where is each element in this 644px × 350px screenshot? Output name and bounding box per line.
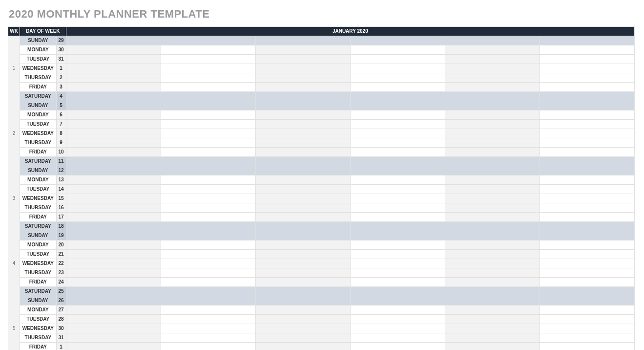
- entry-cell[interactable]: [255, 213, 350, 222]
- entry-cell[interactable]: [66, 306, 161, 315]
- entry-cell[interactable]: [445, 231, 540, 241]
- entry-cell[interactable]: [540, 278, 634, 287]
- entry-cell[interactable]: [161, 306, 255, 315]
- entry-cell[interactable]: [540, 259, 634, 268]
- entry-cell[interactable]: [255, 250, 350, 259]
- entry-cell[interactable]: [66, 110, 161, 120]
- entry-cell[interactable]: [255, 148, 350, 157]
- entry-cell[interactable]: [540, 231, 634, 241]
- entry-cell[interactable]: [350, 185, 445, 194]
- entry-cell[interactable]: [350, 138, 445, 148]
- entry-cell[interactable]: [66, 231, 161, 241]
- entry-cell[interactable]: [540, 45, 634, 55]
- entry-cell[interactable]: [255, 194, 350, 203]
- entry-cell[interactable]: [540, 324, 634, 333]
- entry-cell[interactable]: [161, 203, 255, 213]
- entry-cell[interactable]: [255, 231, 350, 241]
- entry-cell[interactable]: [540, 343, 634, 350]
- entry-cell[interactable]: [350, 213, 445, 222]
- entry-cell[interactable]: [66, 55, 161, 64]
- entry-cell[interactable]: [255, 333, 350, 343]
- entry-cell[interactable]: [350, 268, 445, 278]
- entry-cell[interactable]: [350, 45, 445, 55]
- entry-cell[interactable]: [445, 157, 540, 166]
- entry-cell[interactable]: [350, 315, 445, 324]
- entry-cell[interactable]: [161, 268, 255, 278]
- entry-cell[interactable]: [161, 185, 255, 194]
- entry-cell[interactable]: [161, 194, 255, 203]
- entry-cell[interactable]: [161, 278, 255, 287]
- entry-cell[interactable]: [350, 343, 445, 350]
- entry-cell[interactable]: [161, 324, 255, 333]
- entry-cell[interactable]: [161, 157, 255, 166]
- entry-cell[interactable]: [161, 45, 255, 55]
- entry-cell[interactable]: [350, 92, 445, 101]
- entry-cell[interactable]: [255, 64, 350, 73]
- entry-cell[interactable]: [445, 83, 540, 92]
- entry-cell[interactable]: [445, 148, 540, 157]
- entry-cell[interactable]: [445, 343, 540, 350]
- entry-cell[interactable]: [350, 222, 445, 231]
- entry-cell[interactable]: [540, 148, 634, 157]
- entry-cell[interactable]: [540, 120, 634, 129]
- entry-cell[interactable]: [540, 250, 634, 259]
- entry-cell[interactable]: [540, 222, 634, 231]
- entry-cell[interactable]: [445, 306, 540, 315]
- entry-cell[interactable]: [350, 250, 445, 259]
- entry-cell[interactable]: [350, 101, 445, 110]
- entry-cell[interactable]: [350, 166, 445, 175]
- entry-cell[interactable]: [66, 101, 161, 110]
- entry-cell[interactable]: [161, 333, 255, 343]
- entry-cell[interactable]: [161, 259, 255, 268]
- entry-cell[interactable]: [350, 129, 445, 138]
- entry-cell[interactable]: [161, 343, 255, 350]
- entry-cell[interactable]: [445, 92, 540, 101]
- entry-cell[interactable]: [66, 92, 161, 101]
- entry-cell[interactable]: [66, 213, 161, 222]
- entry-cell[interactable]: [445, 110, 540, 120]
- entry-cell[interactable]: [66, 185, 161, 194]
- entry-cell[interactable]: [161, 250, 255, 259]
- entry-cell[interactable]: [255, 324, 350, 333]
- entry-cell[interactable]: [161, 241, 255, 250]
- entry-cell[interactable]: [350, 296, 445, 306]
- entry-cell[interactable]: [445, 194, 540, 203]
- entry-cell[interactable]: [540, 306, 634, 315]
- entry-cell[interactable]: [66, 175, 161, 185]
- entry-cell[interactable]: [66, 120, 161, 129]
- entry-cell[interactable]: [540, 194, 634, 203]
- entry-cell[interactable]: [540, 36, 634, 45]
- entry-cell[interactable]: [255, 241, 350, 250]
- entry-cell[interactable]: [161, 36, 255, 45]
- entry-cell[interactable]: [445, 55, 540, 64]
- entry-cell[interactable]: [66, 315, 161, 324]
- entry-cell[interactable]: [161, 166, 255, 175]
- entry-cell[interactable]: [66, 333, 161, 343]
- entry-cell[interactable]: [161, 129, 255, 138]
- entry-cell[interactable]: [161, 101, 255, 110]
- entry-cell[interactable]: [350, 194, 445, 203]
- entry-cell[interactable]: [255, 157, 350, 166]
- entry-cell[interactable]: [445, 296, 540, 306]
- entry-cell[interactable]: [540, 101, 634, 110]
- entry-cell[interactable]: [350, 333, 445, 343]
- entry-cell[interactable]: [66, 166, 161, 175]
- entry-cell[interactable]: [255, 175, 350, 185]
- entry-cell[interactable]: [255, 45, 350, 55]
- entry-cell[interactable]: [445, 222, 540, 231]
- entry-cell[interactable]: [255, 73, 350, 83]
- entry-cell[interactable]: [66, 203, 161, 213]
- entry-cell[interactable]: [540, 92, 634, 101]
- entry-cell[interactable]: [255, 92, 350, 101]
- entry-cell[interactable]: [350, 231, 445, 241]
- entry-cell[interactable]: [350, 120, 445, 129]
- entry-cell[interactable]: [445, 101, 540, 110]
- entry-cell[interactable]: [350, 278, 445, 287]
- entry-cell[interactable]: [255, 129, 350, 138]
- entry-cell[interactable]: [540, 296, 634, 306]
- entry-cell[interactable]: [540, 129, 634, 138]
- entry-cell[interactable]: [161, 148, 255, 157]
- entry-cell[interactable]: [540, 138, 634, 148]
- entry-cell[interactable]: [66, 324, 161, 333]
- entry-cell[interactable]: [66, 250, 161, 259]
